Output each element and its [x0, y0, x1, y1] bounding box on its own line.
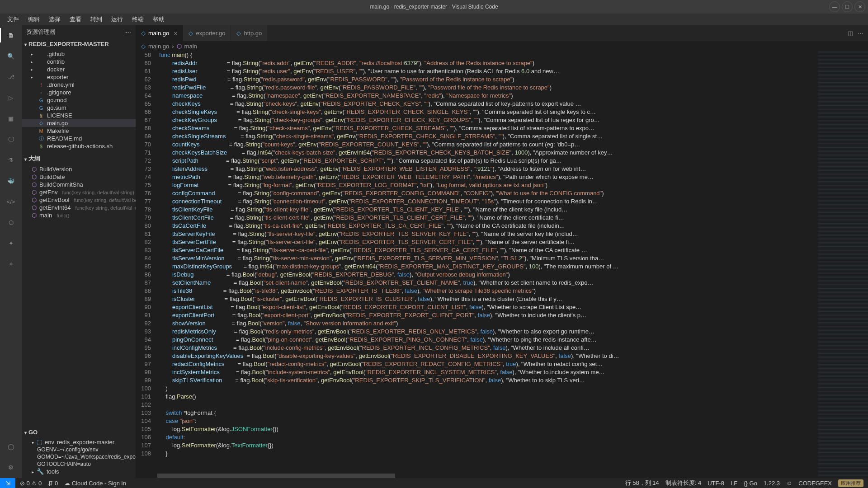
scrollbar-thumb[interactable]: [157, 474, 395, 478]
more-actions-icon[interactable]: ⋯: [125, 29, 131, 36]
split-editor-icon[interactable]: ◫: [848, 30, 853, 37]
eol-status[interactable]: LF: [731, 480, 737, 487]
menu-文件[interactable]: 文件: [4, 14, 23, 24]
tab-label: exporter.go: [196, 30, 225, 37]
close-button[interactable]: ✕: [854, 1, 865, 12]
activity-bar: 🗎 🔍 ⎇ ▷ ▦ 🖵 ⚗ 🐳 </> ⬡ ✦ ✧ ◯ ⚙: [0, 25, 22, 478]
codegeex-status[interactable]: CODEGEEX: [798, 480, 832, 487]
more-icon[interactable]: ⋯: [858, 30, 863, 37]
file-icon: G: [38, 105, 44, 111]
problems-status[interactable]: ⊘ 0 ⚠ 0: [20, 480, 42, 487]
breadcrumb-symbol[interactable]: main: [184, 43, 197, 50]
file-README.md[interactable]: ⓘREADME.md: [22, 135, 136, 142]
file-name: contrib: [47, 58, 65, 65]
outline-getEnvBool[interactable]: ⬡ getEnvBoolfunc(key string, defaultVal …: [22, 196, 136, 204]
window-title: main.go - redis_exporter-master - Visual…: [370, 4, 498, 10]
outline-main[interactable]: ⬡ mainfunc(): [22, 211, 136, 219]
file-name: .gitignore: [47, 89, 71, 96]
source-control-icon[interactable]: ⎇: [5, 70, 17, 83]
menu-帮助[interactable]: 帮助: [149, 14, 168, 24]
go-env-var[interactable]: GOMOD=~/Java_Workspace/redis_exporter-m.…: [22, 453, 136, 460]
codegeex-icon[interactable]: </>: [5, 195, 17, 208]
chevron-right-icon: [32, 468, 34, 475]
go-tools-node[interactable]: 🔧 tools: [22, 468, 136, 475]
go-env-label: env: [45, 439, 54, 446]
indentation-status[interactable]: 制表符长度: 4: [665, 479, 701, 487]
status-bar: ⇲ ⊘ 0 ⚠ 0 ⇵ 0 ☁ Cloud Code - Sign in 行 5…: [0, 478, 868, 488]
file-name: Makefile: [47, 127, 69, 134]
file-icon: M: [38, 128, 44, 134]
file-name: go.mod: [47, 97, 66, 103]
python-icon[interactable]: ⬡: [5, 216, 17, 229]
minimize-button[interactable]: —: [829, 1, 840, 12]
feedback-icon[interactable]: ☺: [786, 480, 792, 487]
menu-选择[interactable]: 选择: [45, 14, 64, 24]
recommendation-badge[interactable]: 应用推荐: [838, 479, 863, 487]
go-env-var[interactable]: GOTOOLCHAIN=auto: [22, 460, 136, 468]
go-file-icon: ◇: [189, 30, 193, 37]
code-area[interactable]: 5860616263646566676869707172737475767778…: [136, 51, 868, 478]
extensions-icon[interactable]: ▦: [5, 112, 17, 125]
file-Makefile[interactable]: MMakefile: [22, 127, 136, 135]
go-section[interactable]: GO: [22, 427, 136, 437]
maximize-button[interactable]: ☐: [842, 1, 853, 12]
chevron-down-icon: [24, 155, 27, 162]
chevron-down-icon: [24, 429, 27, 436]
file-contrib[interactable]: ▸contrib: [22, 58, 136, 66]
file-.github[interactable]: ▸.github: [22, 50, 136, 58]
menu-终端[interactable]: 终端: [128, 14, 147, 24]
file-tree: ▸.github▸contrib▸docker▸exporter!.drone.…: [22, 49, 136, 153]
language-mode[interactable]: {} Go: [744, 480, 757, 487]
explorer-icon[interactable]: 🗎: [5, 29, 17, 42]
close-icon[interactable]: ×: [174, 30, 177, 37]
code-content[interactable]: func main() { redisAddr = flag.String("r…: [157, 51, 818, 478]
tab-exporter.go[interactable]: ◇exporter.go: [183, 25, 231, 41]
go-version[interactable]: 1.22.3: [764, 480, 780, 487]
file-go.sum[interactable]: Ggo.sum: [22, 104, 136, 112]
run-debug-icon[interactable]: ▷: [5, 91, 17, 104]
sparkle-icon[interactable]: ✧: [5, 258, 17, 270]
file-docker[interactable]: ▸docker: [22, 66, 136, 73]
accounts-icon[interactable]: ◯: [5, 440, 17, 453]
settings-icon[interactable]: ⚙: [5, 461, 17, 474]
tab-main.go[interactable]: ◇main.go×: [136, 25, 183, 41]
outline-getEnvInt64[interactable]: ⬡ getEnvInt64func(key string, defaultVal…: [22, 204, 136, 211]
file-main.go[interactable]: ◇main.go: [22, 119, 136, 127]
more-icon[interactable]: ✦: [5, 237, 17, 249]
breadcrumb[interactable]: ◇ main.go › ⬡ main: [136, 41, 868, 51]
go-env-node[interactable]: ⬚ env redis_exporter-master: [22, 438, 136, 446]
tab-http.go[interactable]: ◇http.go: [231, 25, 268, 41]
search-icon[interactable]: 🔍: [5, 50, 17, 62]
go-file-icon: ◇: [141, 43, 146, 50]
file-release-github-actions.sh[interactable]: $release-github-actions.sh: [22, 142, 136, 150]
outline-BuildCommitSha[interactable]: ⬡ BuildCommitSha: [22, 181, 136, 188]
encoding-status[interactable]: UTF-8: [708, 480, 724, 487]
minimap[interactable]: [818, 51, 868, 478]
folder-root[interactable]: REDIS_EXPORTER-MASTER: [22, 39, 136, 49]
file-.gitignore[interactable]: ◦.gitignore: [22, 89, 136, 96]
menu-bar: 文件编辑选择查看转到运行终端帮助: [0, 14, 868, 25]
cursor-position[interactable]: 行 58，列 14: [625, 479, 659, 487]
menu-编辑[interactable]: 编辑: [24, 14, 43, 24]
file-LICENSE[interactable]: §LICENSE: [22, 112, 136, 119]
ports-status[interactable]: ⇵ 0: [48, 480, 58, 487]
menu-查看[interactable]: 查看: [66, 14, 85, 24]
outline-BuildVersion[interactable]: ⬡ BuildVersion: [22, 165, 136, 173]
outline-getEnv[interactable]: ⬡ getEnvfunc(key string, defaultVal stri…: [22, 188, 136, 196]
cloud-code-status[interactable]: ☁ Cloud Code - Sign in: [64, 480, 126, 487]
remote-indicator[interactable]: ⇲: [0, 478, 15, 488]
horizontal-scrollbar[interactable]: [157, 474, 818, 478]
file-exporter[interactable]: ▸exporter: [22, 73, 136, 81]
outline-section[interactable]: 大纲: [22, 153, 136, 164]
menu-运行[interactable]: 运行: [108, 14, 127, 24]
remote-explorer-icon[interactable]: 🖵: [5, 133, 17, 145]
testing-icon[interactable]: ⚗: [5, 154, 17, 166]
docker-icon[interactable]: 🐳: [5, 174, 17, 187]
breadcrumb-file[interactable]: main.go: [148, 43, 169, 50]
menu-转到[interactable]: 转到: [87, 14, 106, 24]
file-go.mod[interactable]: Ggo.mod: [22, 96, 136, 104]
file-.drone.yml[interactable]: !.drone.yml: [22, 81, 136, 89]
file-icon: §: [38, 113, 44, 118]
outline-BuildDate[interactable]: ⬡ BuildDate: [22, 173, 136, 181]
go-env-var[interactable]: GOENV=~/.config/go/env: [22, 446, 136, 453]
